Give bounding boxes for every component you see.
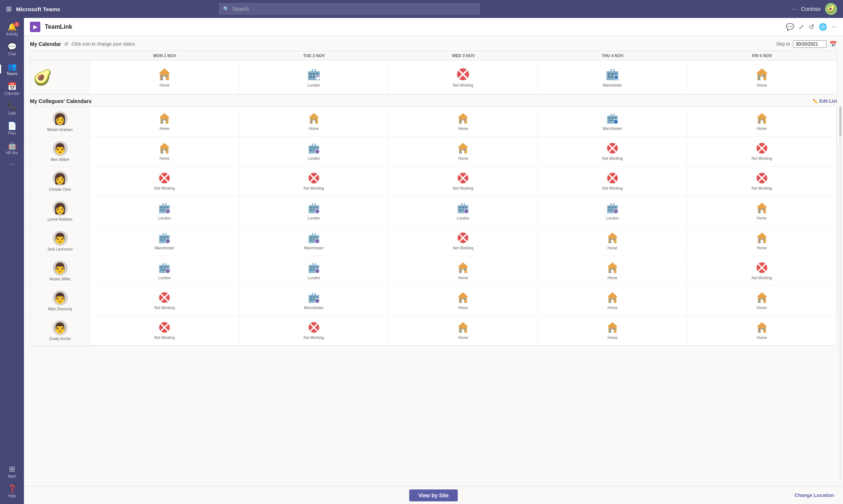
svg-rect-211 (313, 299, 315, 301)
refresh-icon[interactable]: ↺ (809, 23, 814, 31)
colleague-row7-day3[interactable]: Home (538, 316, 688, 346)
colleague-row2-day3[interactable]: Not Working (538, 167, 688, 196)
sidebar-item-teams[interactable]: 👥 Teams (0, 59, 24, 79)
colleague-row6-day0[interactable]: Not Working (90, 286, 240, 316)
colleague-row7-day4[interactable]: Home (687, 316, 837, 346)
colleague-row2-day1[interactable]: Not Working (240, 167, 389, 196)
sidebar-item-more[interactable]: ··· (0, 158, 24, 171)
colleague-row1-day3[interactable]: Not Working (538, 137, 688, 167)
colleague-row2-day0[interactable]: Not Working (90, 167, 240, 196)
status-label-r2d0: Not Working (154, 186, 175, 190)
colleague-row3-day4[interactable]: Home (687, 196, 837, 226)
colleague-row7-day0[interactable]: Not Working (90, 316, 240, 346)
colleague-row5-day2[interactable]: Home (389, 256, 538, 286)
colleague-row1-day2[interactable]: Home (389, 137, 538, 167)
colleague-row6-day4[interactable]: Home (687, 286, 837, 316)
colleague-row4-day4[interactable]: Home (687, 226, 837, 256)
my-tue-cell[interactable]: ⬤ London (240, 60, 389, 94)
my-fri-cell[interactable]: Home (687, 60, 837, 94)
globe-icon[interactable]: 🌐 (819, 23, 827, 31)
colleague-row4-day1[interactable]: Manchester (240, 226, 389, 256)
colleague-row1-day1[interactable]: London (240, 137, 389, 167)
status-label-r4d1: Manchester (304, 246, 324, 250)
colleague-row4-day0[interactable]: Manchester (90, 226, 240, 256)
sidebar-item-hrbot[interactable]: 🤖 HR Bot (0, 138, 24, 158)
svg-rect-37 (311, 119, 312, 121)
more-options-btn[interactable]: ··· (792, 6, 797, 12)
colleague-row4-day2[interactable]: Not Working (389, 226, 538, 256)
search-bar[interactable]: 🔍 (219, 3, 480, 15)
my-fri-icon (754, 68, 769, 82)
app-title: Microsoft Teams (16, 6, 60, 12)
colleague-row7-day1[interactable]: Not Working (240, 316, 389, 346)
sidebar-item-help[interactable]: ❓ Help (0, 481, 24, 501)
status-label-r7d2: Home (458, 336, 468, 340)
colleague-row1-day4[interactable]: Not Working (687, 137, 837, 167)
chat-action-icon[interactable]: 💬 (786, 23, 794, 31)
my-wed-cell[interactable]: Not Working (389, 60, 538, 94)
colleague-row6-day2[interactable]: Home (389, 286, 538, 316)
more-action-icon[interactable]: ··· (831, 23, 837, 31)
svg-point-136 (614, 209, 618, 214)
refresh-status-icon[interactable]: ↺ (64, 41, 68, 47)
colleague-row7-day2[interactable]: Home (389, 316, 538, 346)
svg-point-150 (166, 239, 170, 243)
colleague-row4-day3[interactable]: Home (538, 226, 688, 256)
colleague-row5-day4[interactable]: Not Working (687, 256, 837, 286)
colleague-row6-day3[interactable]: Home (538, 286, 688, 316)
calendar-picker-icon[interactable]: 📅 (830, 41, 837, 48)
apps-icon: ⊞ (9, 464, 15, 473)
svg-rect-70 (315, 144, 316, 146)
status-label-r7d1: Not Working (303, 336, 324, 340)
status-icon-r4d3 (606, 232, 619, 245)
colleague-row3-day3[interactable]: London (538, 196, 688, 226)
colleague-row0-day4[interactable]: Home (687, 107, 837, 137)
edit-list-btn[interactable]: ✏️ Edit List (812, 99, 837, 104)
svg-rect-75 (460, 152, 462, 153)
colleague-row3-day2[interactable]: London (389, 196, 538, 226)
status-icon-r3d4 (755, 202, 769, 215)
status-label-r0d0: Home (160, 127, 170, 131)
view-by-site-button[interactable]: View by Site (409, 489, 457, 501)
colleague-row5-day1[interactable]: London (240, 256, 389, 286)
sidebar-item-calls[interactable]: 📞 Calls (0, 99, 24, 118)
change-location-button[interactable]: Change Location (795, 492, 834, 498)
expand-icon[interactable]: ⤢ (799, 23, 804, 31)
sidebar-item-chat[interactable]: 💬 Chat (0, 39, 24, 59)
svg-rect-165 (609, 239, 611, 240)
svg-rect-43 (460, 122, 462, 124)
colleague-row5-day0[interactable]: London (90, 256, 240, 286)
skip-to-date-input[interactable] (793, 40, 827, 48)
status-icon-r4d1 (307, 232, 321, 245)
colleague-row1-day0[interactable]: Home (90, 137, 240, 167)
colleague-row5-day3[interactable]: Home (538, 256, 688, 286)
colleague-row3-day0[interactable]: London (90, 196, 240, 226)
colleague-row3-day1[interactable]: London (240, 196, 389, 226)
svg-rect-219 (460, 301, 462, 303)
colleague-row0-day2[interactable]: Home (389, 107, 538, 137)
colleague-row2-day2[interactable]: Not Working (389, 167, 538, 196)
calendar-icon: 📅 (7, 82, 17, 91)
sidebar-item-apps[interactable]: ⊞ Apps (0, 461, 24, 481)
svg-rect-61 (161, 152, 163, 153)
status-icon-r5d1 (307, 262, 321, 274)
status-icon-r2d2 (457, 172, 469, 185)
my-mon-cell[interactable]: Home (90, 60, 240, 94)
svg-marker-54 (756, 113, 767, 124)
skip-to-label: Skip to (776, 41, 790, 47)
user-avatar[interactable]: 🥑 (825, 3, 837, 15)
sidebar-item-files[interactable]: 📄 Files (0, 118, 24, 138)
my-thu-cell[interactable]: Manchester (538, 60, 688, 94)
sidebar-item-calendar[interactable]: 📅 Calendar (0, 79, 24, 99)
svg-rect-171 (759, 241, 760, 243)
colleague-row6-day1[interactable]: Manchester (240, 286, 389, 316)
scrollbar-thumb[interactable] (839, 106, 842, 136)
svg-rect-46 (611, 117, 613, 118)
colleague-row0-day1[interactable]: Home (240, 107, 389, 137)
sidebar-item-activity[interactable]: 🔔 1 Activity (0, 19, 24, 39)
waffle-icon[interactable]: ⊞ (6, 5, 12, 13)
colleague-row0-day0[interactable]: Home (90, 107, 240, 137)
search-input[interactable] (232, 6, 476, 12)
colleague-row0-day3[interactable]: Manchester (538, 107, 688, 137)
colleague-row2-day4[interactable]: Not Working (687, 167, 837, 196)
